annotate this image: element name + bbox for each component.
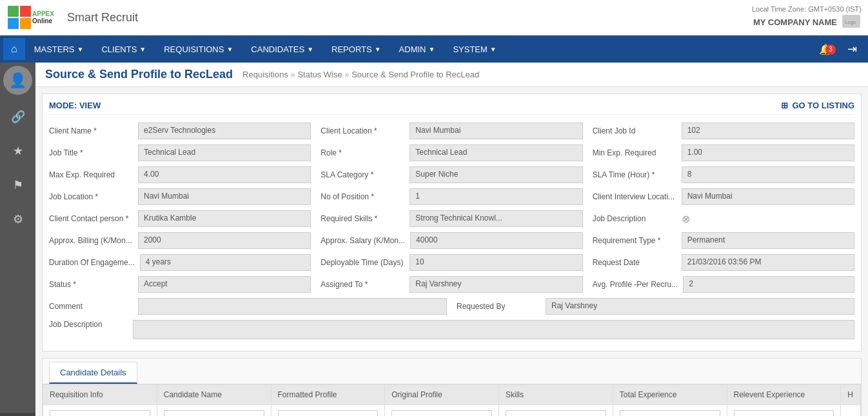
required-skills-label: Required Skills * [321,214,404,223]
form-row-2: Job Title * Technical Lead Role * Techni… [49,144,854,161]
col-candidate-name: Candidate Name [157,385,271,405]
system-arrow: ▼ [490,46,497,53]
mode-label: MODE: VIEW [49,101,101,110]
job-description-label: Job Description [49,320,133,329]
sidebar-flag-icon[interactable]: ⚑ [8,173,28,197]
content-area: Source & Send Profile to RecLead Requisi… [35,63,868,416]
role-label: Role * [321,148,404,157]
page-title: Source & Send Profile to RecLead [45,68,233,81]
user-avatar: 👤 [3,66,32,95]
svg-rect-0 [8,6,19,17]
clients-arrow: ▼ [139,46,146,53]
nav-requisitions[interactable]: REQUISITIONS ▼ [155,35,242,63]
nav-admin[interactable]: ADMIN ▼ [390,35,444,63]
req-type-field: Requirement Type * Permanent [593,232,854,249]
sidebar-link-icon[interactable]: 🔗 [6,104,30,129]
job-location-label: Job Location * [49,192,133,201]
approx-billing-field: Approx. Billing (K/Mon... 2000 [49,232,311,249]
job-desc-icon[interactable]: ⊗ [682,213,690,225]
svg-rect-2 [8,18,19,29]
appex-logo [6,5,32,30]
form-panel: MODE: VIEW ⊞ GO TO LISTING Client Name *… [42,94,862,352]
svg-rect-1 [20,6,31,17]
candidate-details-tab[interactable]: Candidate Details [49,362,137,384]
no-position-field: No of Position * 1 [321,188,582,205]
product-name: Smart Recruit [67,11,138,25]
breadcrumb-statuswise[interactable]: Status Wise [297,70,342,79]
panel-header: MODE: VIEW ⊞ GO TO LISTING [49,101,854,115]
masters-arrow: ▼ [77,46,84,53]
col-h: H [841,385,861,405]
nav-bar: ⌂ MASTERS ▼ CLIENTS ▼ REQUISITIONS ▼ CAN… [0,35,868,63]
job-location-value: Navi Mumbai [138,188,311,205]
svg-text:Logo: Logo [845,19,856,25]
max-exp-label: Max Exp. Required [49,170,133,179]
filter-skills[interactable] [506,410,606,416]
approx-salary-field: Approx. Salary (K/Mon... 40000 [321,232,582,249]
bell-badge: 3 [825,45,836,55]
nav-clients[interactable]: CLIENTS ▼ [92,35,155,63]
deployable-field: Deployable Time (Days) 10 [321,254,582,271]
go-to-listing-button[interactable]: ⊞ GO TO LISTING [781,101,854,110]
requested-by-label: Requested By [457,302,540,311]
breadcrumb-bar: Source & Send Profile to RecLead Requisi… [35,63,868,87]
admin-arrow: ▼ [428,46,435,53]
breadcrumb-requisitions[interactable]: Requisitions [242,70,288,79]
form-row-7: Duration Of Engageme... 4 years Deployab… [49,254,854,271]
bell-button[interactable]: 🔔 3 [811,43,840,55]
home-button[interactable]: ⌂ [3,38,25,60]
nav-masters[interactable]: MASTERS ▼ [25,35,93,63]
client-interview-value: Navi Mumbai [682,188,854,205]
candidate-details-section: Candidate Details Requisition Info Candi… [42,358,862,416]
client-name-field: Client Name * e2Serv Technologies [49,123,311,139]
logout-button[interactable]: ⇥ [840,42,865,56]
role-value: Technical Lead [409,144,582,161]
client-name-value: e2Serv Technologies [138,123,311,139]
sidebar-settings-icon[interactable]: ⚙ [8,207,28,232]
duration-value: 4 years [140,254,311,271]
min-exp-label: Min Exp. Required [593,148,676,157]
nav-system[interactable]: SYSTEM ▼ [444,35,505,63]
duration-field: Duration Of Engageme... 4 years [49,254,311,271]
assigned-to-label: Assigned To * [321,280,404,289]
table-filter-row [43,405,861,417]
top-bar: APPEX Online Smart Recruit Local Time Zo… [0,0,868,35]
filter-requisition-info[interactable] [50,410,150,416]
avg-profile-value: 2 [683,276,854,293]
request-date-field: Request Date 21/03/2016 03:56 PM [593,254,854,271]
sidebar-star-icon[interactable]: ★ [8,139,28,163]
avg-profile-label: Avg. Profile -Per Recru... [593,280,678,289]
col-formatted-profile: Formatted Profile [271,385,385,405]
col-relevent-experience: Relevent Experience [727,385,841,405]
min-exp-value: 1.00 [682,144,854,161]
sidebar-toggle[interactable]: ◀ [0,413,35,416]
form-job-desc-row: Job Description [49,320,854,339]
logo-area: APPEX Online Smart Recruit [6,5,138,30]
filter-original-profile[interactable] [391,410,492,416]
filter-formatted-profile[interactable] [278,410,379,416]
breadcrumb-current: Source & Send Profile to RecLead [351,70,479,79]
sla-time-value: 8 [682,166,854,183]
filter-total-experience[interactable] [620,410,720,416]
job-desc-label: Job Description [593,214,676,223]
client-location-value: Navi Mumbai [409,123,582,139]
job-desc-field: Job Description ⊗ [593,210,854,227]
client-location-label: Client Location * [321,126,404,135]
nav-reports[interactable]: REPORTS ▼ [322,35,390,63]
sidebar: 👤 🔗 ★ ⚑ ⚙ ◀ [0,63,35,416]
filter-candidate-name[interactable] [164,410,264,416]
form-row-3: Max Exp. Required 4.00 SLA Category * Su… [49,166,854,183]
request-date-label: Request Date [593,258,676,267]
client-job-id-field: Client Job Id 102 [593,123,854,139]
required-skills-value: Strong Technical Knowl... [409,210,582,227]
nav-candidates[interactable]: CANDIDATES ▼ [242,35,322,63]
filter-relevent-experience[interactable] [734,410,834,416]
job-title-label: Job Title * [49,148,133,157]
request-date-value: 21/03/2016 03:56 PM [682,254,854,271]
client-name-label: Client Name * [49,126,133,135]
status-value: Accept [138,276,311,293]
app-name-area: APPEX Online [32,10,54,25]
required-skills-field: Required Skills * Strong Technical Knowl… [321,210,582,227]
approx-salary-value: 40000 [410,232,583,249]
client-interview-label: Client Interview Locati... [593,192,676,201]
